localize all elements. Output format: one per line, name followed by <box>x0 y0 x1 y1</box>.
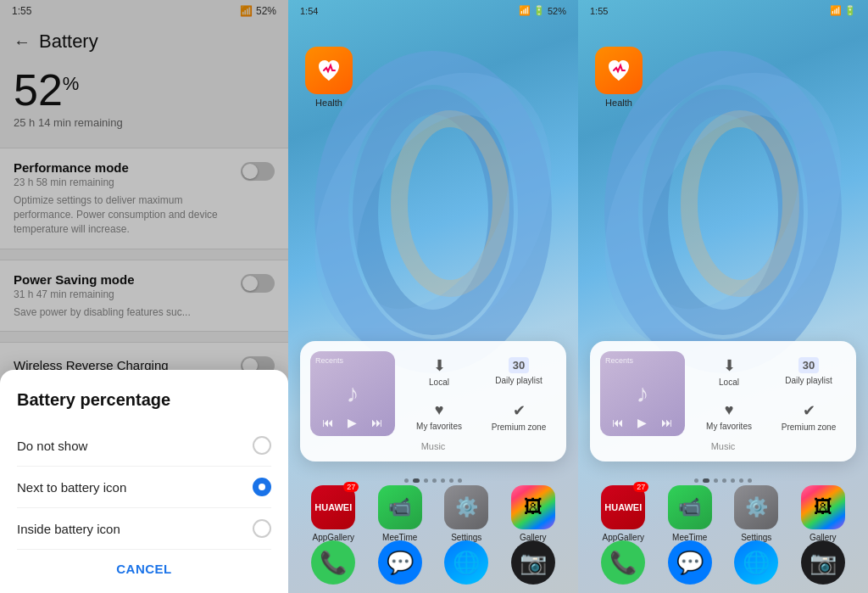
time-p2: 1:54 <box>300 6 318 16</box>
music-album-art-p2: Recents ♪ ⏮ ▶ ⏭ <box>310 351 395 436</box>
appgallery-badge-p3: 27 <box>633 482 648 492</box>
dot-3-p3 <box>714 478 718 483</box>
health-icon-img-p2 <box>305 47 353 94</box>
prev-button-p3[interactable]: ⏮ <box>612 416 624 429</box>
battery-icon-p2: 🔋 <box>533 5 545 16</box>
music-daily-p2[interactable]: 30 Daily playlist <box>481 351 556 391</box>
meettime-icon-p3[interactable]: 📹 MeeTime <box>668 485 712 542</box>
signal-icon-p2: 📶 <box>519 5 531 16</box>
settings-icon-p2[interactable]: ⚙️ Settings <box>444 485 488 542</box>
dot-5-p2 <box>441 478 445 483</box>
option-do-not-show-label: Do not show <box>17 439 87 453</box>
option-next-to-battery-radio[interactable] <box>253 478 271 496</box>
option-do-not-show-radio[interactable] <box>253 436 271 455</box>
music-note-icon-p3: ♪ <box>637 379 649 408</box>
gallery-icon-p2[interactable]: 🖼 Gallery <box>511 485 555 542</box>
messages-app-p3[interactable]: 💬 <box>668 540 712 585</box>
meettime-icon-inner-p3: 📹 <box>678 496 701 518</box>
local-label-p2: Local <box>429 378 449 387</box>
music-recents-label-p3: Recents <box>605 356 633 365</box>
music-local-p3[interactable]: ⬇ Local <box>692 351 766 391</box>
bottom-dock-p3: HUAWEI 27 AppGallery 📹 MeeTime ⚙️ Settin… <box>590 485 856 542</box>
daily-icon-p2: 30 <box>509 357 529 373</box>
phone-screen-3: 1:55 📶 🔋 Health Recents ♪ <box>578 0 868 593</box>
health-app-icon-p3[interactable]: Health <box>595 47 643 108</box>
page-dots-p2 <box>288 478 578 483</box>
premium-icon-p3: ✔ <box>803 401 815 420</box>
dot-7-p2 <box>458 478 462 483</box>
settings-icon-p3[interactable]: ⚙️ Settings <box>734 485 778 542</box>
status-bar-p3: 1:55 📶 🔋 <box>578 0 868 21</box>
dot-6-p3 <box>739 478 743 483</box>
daily-label-p3: Daily playlist <box>785 376 832 385</box>
next-button-p2[interactable]: ⏭ <box>371 416 383 429</box>
option-inside-battery-radio[interactable] <box>253 519 271 538</box>
favorites-label-p3: My favorites <box>706 422 752 431</box>
dot-1-p3 <box>694 478 698 483</box>
daily-icon-p3: 30 <box>798 357 819 373</box>
dot-1-p2 <box>404 478 409 483</box>
music-widget-p2[interactable]: Recents ♪ ⏮ ▶ ⏭ ⬇ Local 30 Daily <box>300 341 566 462</box>
bottom-app-row-p3: 📞 💬 🌐 📷 <box>590 540 856 585</box>
health-icon-img-p3 <box>595 47 643 94</box>
huawei-label-inner-p3: HUAWEI <box>604 502 642 512</box>
premium-icon-p2: ✔ <box>513 401 526 420</box>
settings-icon-inner-p3: ⚙️ <box>745 496 768 518</box>
dot-2-p3 <box>703 478 709 483</box>
phone-app-p2[interactable]: 📞 <box>311 540 355 585</box>
browser-app-p3[interactable]: 🌐 <box>734 540 778 585</box>
music-favorites-p3[interactable]: ♥ My favorites <box>692 396 766 436</box>
music-controls-p2: ⏮ ▶ ⏭ <box>310 416 395 429</box>
local-icon-p2: ⬇ <box>433 356 446 375</box>
health-app-label-p3: Health <box>605 98 632 108</box>
music-favorites-p2[interactable]: ♥ My favorites <box>402 396 476 436</box>
gallery-icon-p3[interactable]: 🖼 Gallery <box>801 485 845 542</box>
huawei-label-inner-p2: HUAWEI <box>314 502 352 512</box>
gallery-icon-inner-p3: 🖼 <box>814 496 832 518</box>
battery-percentage-dialog-overlay: Battery percentage Do not show Next to b… <box>0 0 288 593</box>
music-premium-p3[interactable]: ✔ Premium zone <box>771 396 846 436</box>
camera-app-p2[interactable]: 📷 <box>511 540 555 585</box>
favorites-label-p2: My favorites <box>416 422 462 431</box>
messages-app-p2[interactable]: 💬 <box>378 540 422 585</box>
appgallery-icon-p3[interactable]: HUAWEI 27 AppGallery <box>601 485 645 542</box>
battery-icon-p3: 🔋 <box>844 5 856 16</box>
play-button-p3[interactable]: ▶ <box>637 416 647 429</box>
browser-app-p2[interactable]: 🌐 <box>444 540 488 585</box>
option-inside-battery[interactable]: Inside battery icon <box>17 508 271 550</box>
music-premium-p2[interactable]: ✔ Premium zone <box>481 396 556 436</box>
phone-app-p3[interactable]: 📞 <box>601 540 645 585</box>
music-daily-p3[interactable]: 30 Daily playlist <box>771 351 846 391</box>
favorites-icon-p2: ♥ <box>435 401 444 419</box>
bottom-app-row-p2: 📞 💬 🌐 📷 <box>300 540 566 585</box>
music-widget-p3[interactable]: Recents ♪ ⏮ ▶ ⏭ ⬇ Local 30 Daily <box>590 341 856 462</box>
music-widget-label-p3: Music <box>600 441 846 451</box>
settings-icon-inner-p2: ⚙️ <box>455 496 478 518</box>
music-local-p2[interactable]: ⬇ Local <box>402 351 476 391</box>
option-next-to-battery-label: Next to battery icon <box>17 480 126 495</box>
health-app-label-p2: Health <box>315 98 342 108</box>
gallery-icon-inner-p2: 🖼 <box>524 496 542 518</box>
battery-settings-panel: 1:55 📶 52% ← Battery 52% 25 h 14 min rem… <box>0 0 288 593</box>
health-app-icon-p2[interactable]: Health <box>305 47 353 108</box>
dot-7-p3 <box>748 478 752 483</box>
option-do-not-show[interactable]: Do not show <box>17 425 271 467</box>
meettime-icon-p2[interactable]: 📹 MeeTime <box>378 485 422 542</box>
dot-3-p2 <box>424 478 428 483</box>
dialog-cancel-button[interactable]: CANCEL <box>17 550 271 579</box>
next-button-p3[interactable]: ⏭ <box>661 416 673 429</box>
health-heart-svg-p3 <box>604 55 634 86</box>
play-button-p2[interactable]: ▶ <box>348 416 357 429</box>
status-bar-p2: 1:54 📶 🔋 52% <box>288 0 578 21</box>
dot-6-p2 <box>449 478 453 483</box>
battery-percentage-dialog: Battery percentage Do not show Next to b… <box>0 370 288 593</box>
option-inside-battery-label: Inside battery icon <box>17 522 120 536</box>
dot-5-p3 <box>731 478 735 483</box>
music-widget-label-p2: Music <box>310 441 556 451</box>
music-controls-p3: ⏮ ▶ ⏭ <box>600 416 685 429</box>
prev-button-p2[interactable]: ⏮ <box>322 416 334 429</box>
music-grid-p3: ⬇ Local 30 Daily playlist ♥ My favorites… <box>692 351 846 436</box>
appgallery-icon-p2[interactable]: HUAWEI 27 AppGallery <box>311 485 355 542</box>
camera-app-p3[interactable]: 📷 <box>801 540 845 585</box>
option-next-to-battery[interactable]: Next to battery icon <box>17 467 271 508</box>
